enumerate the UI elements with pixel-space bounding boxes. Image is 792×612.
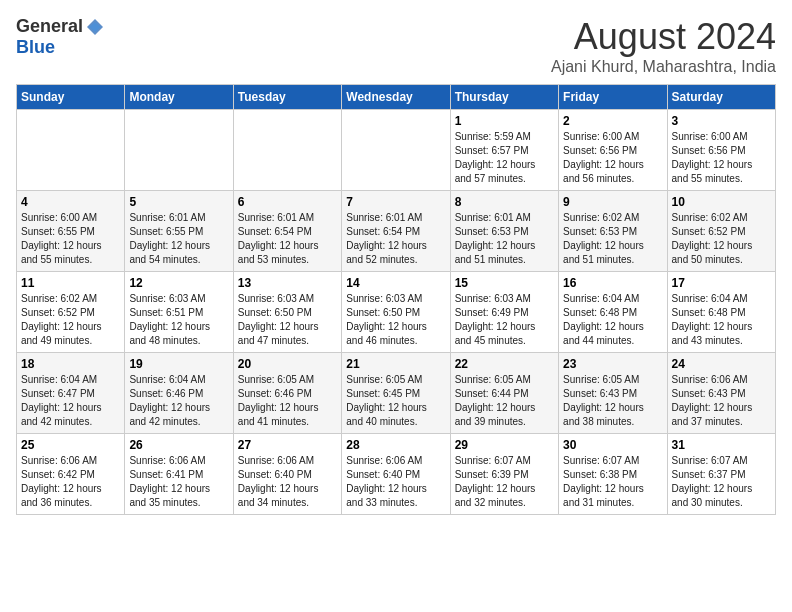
day-number: 11	[21, 276, 120, 290]
day-info: Sunrise: 6:05 AM Sunset: 6:45 PM Dayligh…	[346, 373, 445, 429]
day-number: 17	[672, 276, 771, 290]
location-title: Ajani Khurd, Maharashtra, India	[551, 58, 776, 76]
day-info: Sunrise: 6:04 AM Sunset: 6:48 PM Dayligh…	[563, 292, 662, 348]
logo: General Blue	[16, 16, 105, 58]
calendar-table: SundayMondayTuesdayWednesdayThursdayFrid…	[16, 84, 776, 515]
day-number: 26	[129, 438, 228, 452]
day-number: 19	[129, 357, 228, 371]
weekday-header-row: SundayMondayTuesdayWednesdayThursdayFrid…	[17, 85, 776, 110]
day-cell: 7Sunrise: 6:01 AM Sunset: 6:54 PM Daylig…	[342, 191, 450, 272]
day-cell: 4Sunrise: 6:00 AM Sunset: 6:55 PM Daylig…	[17, 191, 125, 272]
day-info: Sunrise: 6:06 AM Sunset: 6:41 PM Dayligh…	[129, 454, 228, 510]
day-info: Sunrise: 6:03 AM Sunset: 6:51 PM Dayligh…	[129, 292, 228, 348]
day-info: Sunrise: 6:06 AM Sunset: 6:42 PM Dayligh…	[21, 454, 120, 510]
day-number: 27	[238, 438, 337, 452]
day-cell: 15Sunrise: 6:03 AM Sunset: 6:49 PM Dayli…	[450, 272, 558, 353]
day-number: 15	[455, 276, 554, 290]
day-cell	[233, 110, 341, 191]
day-cell: 5Sunrise: 6:01 AM Sunset: 6:55 PM Daylig…	[125, 191, 233, 272]
day-info: Sunrise: 6:00 AM Sunset: 6:56 PM Dayligh…	[563, 130, 662, 186]
day-info: Sunrise: 6:07 AM Sunset: 6:37 PM Dayligh…	[672, 454, 771, 510]
logo-blue-text: Blue	[16, 37, 55, 58]
day-cell: 9Sunrise: 6:02 AM Sunset: 6:53 PM Daylig…	[559, 191, 667, 272]
day-cell: 18Sunrise: 6:04 AM Sunset: 6:47 PM Dayli…	[17, 353, 125, 434]
day-info: Sunrise: 6:06 AM Sunset: 6:40 PM Dayligh…	[346, 454, 445, 510]
logo-general-text: General	[16, 16, 83, 37]
week-row-4: 18Sunrise: 6:04 AM Sunset: 6:47 PM Dayli…	[17, 353, 776, 434]
day-info: Sunrise: 6:04 AM Sunset: 6:46 PM Dayligh…	[129, 373, 228, 429]
day-info: Sunrise: 6:04 AM Sunset: 6:47 PM Dayligh…	[21, 373, 120, 429]
day-info: Sunrise: 6:01 AM Sunset: 6:53 PM Dayligh…	[455, 211, 554, 267]
day-cell: 31Sunrise: 6:07 AM Sunset: 6:37 PM Dayli…	[667, 434, 775, 515]
day-number: 12	[129, 276, 228, 290]
day-cell: 16Sunrise: 6:04 AM Sunset: 6:48 PM Dayli…	[559, 272, 667, 353]
weekday-header-sunday: Sunday	[17, 85, 125, 110]
day-info: Sunrise: 6:07 AM Sunset: 6:39 PM Dayligh…	[455, 454, 554, 510]
day-number: 24	[672, 357, 771, 371]
day-number: 10	[672, 195, 771, 209]
day-number: 21	[346, 357, 445, 371]
day-cell: 2Sunrise: 6:00 AM Sunset: 6:56 PM Daylig…	[559, 110, 667, 191]
day-cell: 12Sunrise: 6:03 AM Sunset: 6:51 PM Dayli…	[125, 272, 233, 353]
day-cell: 6Sunrise: 6:01 AM Sunset: 6:54 PM Daylig…	[233, 191, 341, 272]
day-info: Sunrise: 6:06 AM Sunset: 6:40 PM Dayligh…	[238, 454, 337, 510]
day-cell: 8Sunrise: 6:01 AM Sunset: 6:53 PM Daylig…	[450, 191, 558, 272]
day-info: Sunrise: 6:05 AM Sunset: 6:43 PM Dayligh…	[563, 373, 662, 429]
day-cell	[125, 110, 233, 191]
week-row-1: 1Sunrise: 5:59 AM Sunset: 6:57 PM Daylig…	[17, 110, 776, 191]
day-info: Sunrise: 6:01 AM Sunset: 6:54 PM Dayligh…	[346, 211, 445, 267]
day-cell: 26Sunrise: 6:06 AM Sunset: 6:41 PM Dayli…	[125, 434, 233, 515]
week-row-3: 11Sunrise: 6:02 AM Sunset: 6:52 PM Dayli…	[17, 272, 776, 353]
day-number: 23	[563, 357, 662, 371]
day-number: 13	[238, 276, 337, 290]
day-number: 5	[129, 195, 228, 209]
logo-icon	[85, 17, 105, 37]
day-cell: 24Sunrise: 6:06 AM Sunset: 6:43 PM Dayli…	[667, 353, 775, 434]
day-info: Sunrise: 6:02 AM Sunset: 6:53 PM Dayligh…	[563, 211, 662, 267]
day-cell: 27Sunrise: 6:06 AM Sunset: 6:40 PM Dayli…	[233, 434, 341, 515]
day-number: 8	[455, 195, 554, 209]
day-number: 22	[455, 357, 554, 371]
day-info: Sunrise: 6:02 AM Sunset: 6:52 PM Dayligh…	[672, 211, 771, 267]
day-info: Sunrise: 6:06 AM Sunset: 6:43 PM Dayligh…	[672, 373, 771, 429]
day-number: 6	[238, 195, 337, 209]
day-number: 28	[346, 438, 445, 452]
day-number: 9	[563, 195, 662, 209]
day-number: 2	[563, 114, 662, 128]
title-block: August 2024 Ajani Khurd, Maharashtra, In…	[551, 16, 776, 76]
day-number: 25	[21, 438, 120, 452]
day-cell: 21Sunrise: 6:05 AM Sunset: 6:45 PM Dayli…	[342, 353, 450, 434]
day-number: 7	[346, 195, 445, 209]
weekday-header-friday: Friday	[559, 85, 667, 110]
day-number: 31	[672, 438, 771, 452]
day-cell: 10Sunrise: 6:02 AM Sunset: 6:52 PM Dayli…	[667, 191, 775, 272]
day-cell: 25Sunrise: 6:06 AM Sunset: 6:42 PM Dayli…	[17, 434, 125, 515]
day-cell: 19Sunrise: 6:04 AM Sunset: 6:46 PM Dayli…	[125, 353, 233, 434]
day-info: Sunrise: 6:00 AM Sunset: 6:55 PM Dayligh…	[21, 211, 120, 267]
day-number: 14	[346, 276, 445, 290]
day-info: Sunrise: 6:05 AM Sunset: 6:46 PM Dayligh…	[238, 373, 337, 429]
day-cell: 3Sunrise: 6:00 AM Sunset: 6:56 PM Daylig…	[667, 110, 775, 191]
day-cell: 29Sunrise: 6:07 AM Sunset: 6:39 PM Dayli…	[450, 434, 558, 515]
month-title: August 2024	[551, 16, 776, 58]
day-number: 4	[21, 195, 120, 209]
weekday-header-wednesday: Wednesday	[342, 85, 450, 110]
day-cell: 20Sunrise: 6:05 AM Sunset: 6:46 PM Dayli…	[233, 353, 341, 434]
day-info: Sunrise: 6:05 AM Sunset: 6:44 PM Dayligh…	[455, 373, 554, 429]
day-cell	[342, 110, 450, 191]
day-info: Sunrise: 6:03 AM Sunset: 6:50 PM Dayligh…	[346, 292, 445, 348]
weekday-header-tuesday: Tuesday	[233, 85, 341, 110]
day-info: Sunrise: 6:07 AM Sunset: 6:38 PM Dayligh…	[563, 454, 662, 510]
day-cell: 28Sunrise: 6:06 AM Sunset: 6:40 PM Dayli…	[342, 434, 450, 515]
day-cell: 14Sunrise: 6:03 AM Sunset: 6:50 PM Dayli…	[342, 272, 450, 353]
day-cell: 11Sunrise: 6:02 AM Sunset: 6:52 PM Dayli…	[17, 272, 125, 353]
day-cell: 23Sunrise: 6:05 AM Sunset: 6:43 PM Dayli…	[559, 353, 667, 434]
week-row-5: 25Sunrise: 6:06 AM Sunset: 6:42 PM Dayli…	[17, 434, 776, 515]
day-cell	[17, 110, 125, 191]
day-number: 20	[238, 357, 337, 371]
day-number: 16	[563, 276, 662, 290]
day-number: 3	[672, 114, 771, 128]
week-row-2: 4Sunrise: 6:00 AM Sunset: 6:55 PM Daylig…	[17, 191, 776, 272]
day-info: Sunrise: 6:03 AM Sunset: 6:50 PM Dayligh…	[238, 292, 337, 348]
day-info: Sunrise: 6:01 AM Sunset: 6:54 PM Dayligh…	[238, 211, 337, 267]
